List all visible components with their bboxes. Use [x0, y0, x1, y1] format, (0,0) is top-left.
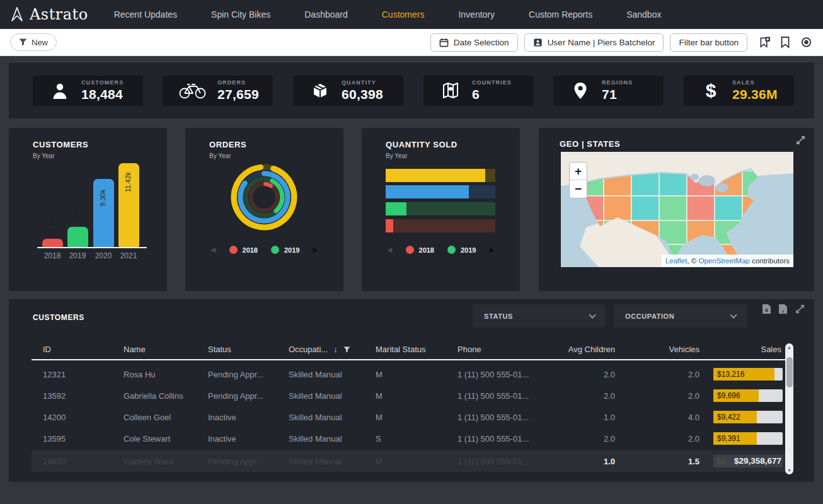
header-marital-status[interactable]: Marital Status	[376, 345, 458, 354]
legend-item-2018[interactable]: 2018	[406, 246, 434, 254]
leaflet-link[interactable]: Leaflet	[665, 257, 688, 265]
hbar-2019	[386, 202, 495, 215]
cell-marital: M	[376, 391, 458, 401]
legend-item-2019[interactable]: 2019	[271, 246, 299, 254]
bookmark-icon[interactable]	[780, 36, 790, 49]
map-icon	[442, 82, 459, 100]
header-occupation[interactable]: Occupati... ↓	[289, 345, 376, 354]
nav-item-dashboard[interactable]: Dashboard	[287, 9, 365, 20]
date-selection-button[interactable]: Date Selection	[430, 33, 518, 52]
kpi-label: REGIONS	[602, 79, 633, 86]
orders-radial-chart	[228, 161, 300, 233]
cell-status: Pending Appr...	[208, 370, 289, 379]
map-zoom-out-button[interactable]: −	[570, 180, 587, 198]
cell-id: 13595	[43, 434, 124, 444]
nav-item-inventory[interactable]: Inventory	[441, 9, 512, 20]
legend-item-2019[interactable]: 2019	[447, 246, 476, 254]
funnel-icon	[19, 38, 27, 46]
cell-status: Inactive	[208, 434, 289, 444]
bar-value-label: 11.42k	[124, 167, 133, 197]
header-sales[interactable]: Sales	[701, 345, 783, 354]
eye-icon[interactable]	[800, 37, 813, 47]
export-excel-icon[interactable]: x	[762, 304, 771, 314]
app-logo[interactable]: Astrato	[10, 6, 88, 23]
osm-link[interactable]: OpenStreetMap	[699, 257, 750, 265]
leaflet-map[interactable]: + − Leaflet, © OpenStreetMap contributor…	[561, 152, 793, 267]
nav-item-spin-city-bikes[interactable]: Spin City Bikes	[194, 9, 287, 20]
faded-cell-marital: M	[376, 457, 458, 466]
scroll-down-icon[interactable]: ▼	[785, 468, 793, 472]
table-scrollbar[interactable]: ▲ ▼	[785, 343, 793, 474]
cell-id: 13592	[43, 391, 124, 401]
x-tick-2019: 2019	[65, 251, 90, 260]
legend-prev-icon[interactable]: ◀	[387, 246, 392, 253]
chart-title: CUSTOMERS	[33, 140, 88, 149]
user-name-label: User Name | Piers Batchelor	[548, 38, 655, 47]
x-axis-line	[37, 247, 147, 248]
cell-phone: 1 (11) 500 555-01...	[458, 413, 547, 422]
filter-bar-button[interactable]: Filter bar button	[670, 33, 747, 52]
map-title: GEO | STATES	[560, 139, 620, 149]
nav-item-recent-updates[interactable]: Recent Updates	[97, 9, 194, 20]
header-avg-children[interactable]: Avg Children	[547, 345, 616, 354]
quantity-legend: ◀ 2018 2019 ▶	[362, 246, 520, 254]
table-row[interactable]: 12321 Rosa Hu Pending Appr... Skilled Ma…	[32, 364, 785, 385]
kpi-quantity: QUANTITY 60,398	[293, 76, 403, 106]
expand-icon[interactable]	[795, 135, 806, 146]
legend-label: 2018	[243, 246, 258, 254]
nav-item-custom-reports[interactable]: Custom Reports	[512, 9, 609, 20]
legend-dot-2018	[406, 246, 414, 254]
status-filter-dropdown[interactable]: STATUS	[473, 304, 606, 328]
nav-item-sandbox[interactable]: Sandbox	[609, 9, 678, 20]
legend-label: 2019	[284, 246, 299, 254]
cell-sales: $9,391	[717, 432, 740, 445]
sales-data-bar: $9,422	[713, 411, 783, 423]
table-row[interactable]: 14200 Colleen Goel Inactive Skilled Manu…	[32, 406, 785, 428]
new-filter-button[interactable]: New	[10, 33, 57, 51]
cell-occupation: Skilled Manual	[289, 434, 376, 444]
new-filter-label: New	[32, 38, 48, 47]
bar-value-label: 1.19k	[48, 209, 57, 239]
chart-title: QUANTITY SOLD	[386, 140, 458, 149]
kpi-value: 71	[602, 87, 633, 102]
legend-next-icon[interactable]: ▶	[313, 246, 318, 253]
kpi-customers: CUSTOMERS 18,484	[33, 76, 143, 106]
bookmark-add-icon[interactable]	[759, 36, 771, 49]
legend-next-icon[interactable]: ▶	[489, 246, 494, 253]
table-row[interactable]: 13592 Gabriella Collins Pending Appr... …	[32, 385, 785, 406]
map-zoom-in-button[interactable]: +	[570, 163, 587, 180]
legend-prev-icon[interactable]: ◀	[210, 246, 216, 253]
header-phone[interactable]: Phone	[458, 345, 547, 354]
faded-cell-sales: $8,	[717, 455, 727, 467]
table-row[interactable]: 13595 Cole Stewart Inactive Skilled Manu…	[32, 428, 785, 449]
export-csv-icon[interactable]: ,	[778, 304, 788, 314]
legend-dot-2019	[271, 246, 279, 254]
kpi-value: 27,659	[217, 87, 259, 102]
legend-item-2018[interactable]: 2018	[229, 246, 258, 254]
kpi-regions: REGIONS 71	[553, 76, 664, 106]
person-icon	[52, 82, 68, 100]
filter-bar-label: Filter bar button	[679, 38, 739, 47]
cell-vehicles: 2.0	[616, 391, 701, 401]
cell-vehicles: 2.0	[616, 370, 701, 379]
cell-marital: M	[376, 370, 458, 379]
sales-data-bar: $13,216	[713, 368, 783, 381]
column-filter-icon[interactable]	[343, 346, 350, 353]
cell-name: Rosa Hu	[124, 370, 208, 379]
nav-item-customers[interactable]: Customers	[365, 9, 442, 20]
header-status[interactable]: Status	[208, 345, 289, 354]
user-name-button[interactable]: User Name | Piers Batchelor	[524, 33, 664, 52]
pin-icon	[573, 82, 587, 100]
svg-text:,: ,	[782, 306, 784, 313]
header-vehicles[interactable]: Vehicles	[616, 345, 701, 354]
sort-desc-icon[interactable]: ↓	[333, 345, 338, 354]
header-id[interactable]: ID	[43, 345, 124, 354]
expand-icon[interactable]	[795, 304, 805, 314]
x-tick-2018: 2018	[40, 251, 65, 260]
header-name[interactable]: Name	[124, 345, 208, 354]
kpi-orders: ORDERS 27,659	[163, 76, 273, 106]
scroll-up-icon[interactable]: ▲	[785, 345, 793, 350]
scrollbar-thumb[interactable]	[786, 357, 793, 387]
occupation-filter-dropdown[interactable]: OCCUPATION	[614, 304, 747, 328]
total-avg-children: 1.0	[547, 457, 616, 466]
